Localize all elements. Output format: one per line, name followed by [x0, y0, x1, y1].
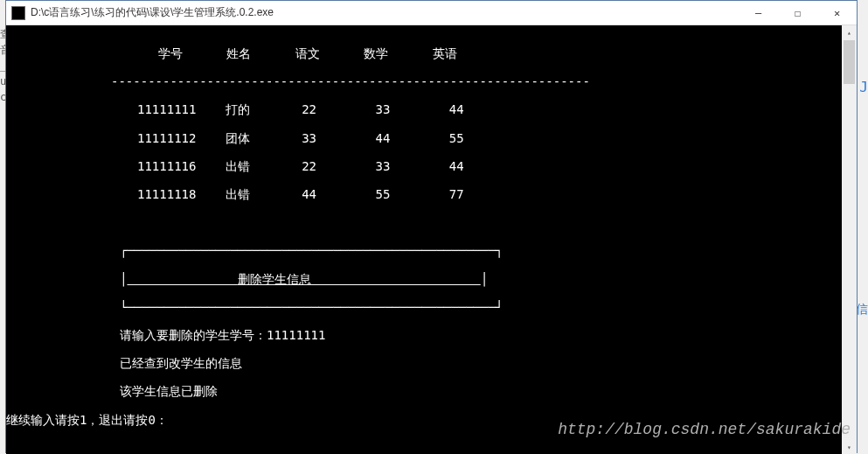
window-controls: — ☐ ✕: [739, 1, 857, 24]
deleted-message: 该学生信息已删除: [6, 384, 842, 398]
console-output[interactable]: 学号 姓名 语文 数学 英语 -------------------------…: [6, 25, 842, 454]
continue-prompt: 继续输入请按1，退出请按0：: [6, 413, 842, 427]
input-prompt-line: 请输入要删除的学生学号：11111111: [6, 328, 842, 342]
table-row: 11111118 出错 44 55 77: [6, 187, 842, 201]
col-chinese: 语文: [295, 46, 320, 60]
maximize-button[interactable]: ☐: [778, 1, 817, 25]
col-name: 姓名: [226, 46, 251, 60]
panel-border-top: ┌───────────────────────────────────────…: [6, 243, 842, 257]
panel-border-bottom: └───────────────────────────────────────…: [6, 300, 842, 314]
vertical-scrollbar[interactable]: ▴ ▾: [842, 25, 857, 454]
console-window: D:\c语言练习\练习的代码\课设\学生管理系统.0.2.exe — ☐ ✕ 学…: [5, 0, 858, 453]
background-fragment-right2: 信: [856, 302, 868, 318]
col-english: 英语: [433, 46, 457, 60]
scroll-thumb[interactable]: [844, 40, 855, 84]
scroll-down-button[interactable]: ▾: [842, 440, 857, 454]
table-row: 11111116 出错 22 33 44: [6, 159, 842, 173]
table-row: 11111111 打的 22 33 44: [6, 102, 842, 116]
close-button[interactable]: ✕: [817, 1, 857, 25]
console-area: 学号 姓名 语文 数学 英语 -------------------------…: [6, 25, 857, 454]
blank-line: [6, 215, 842, 229]
scroll-track[interactable]: [842, 40, 857, 440]
titlebar[interactable]: D:\c语言练习\练习的代码\课设\学生管理系统.0.2.exe — ☐ ✕: [6, 1, 857, 25]
col-id: 学号: [158, 46, 183, 60]
separator-line: ----------------------------------------…: [6, 74, 842, 88]
table-row: 11111112 团体 33 44 55: [6, 131, 842, 145]
col-math: 数学: [364, 46, 388, 60]
background-fragment-right: J: [859, 79, 868, 95]
found-message: 已经查到改学生的信息: [6, 356, 842, 370]
scroll-up-button[interactable]: ▴: [842, 25, 857, 40]
panel-title: 删除学生信息: [238, 272, 311, 286]
panel-title-row: │ 删除学生信息 │: [6, 272, 842, 286]
app-icon: [11, 6, 25, 20]
table-header-row: 学号 姓名 语文 数学 英语: [6, 46, 842, 60]
window-title: D:\c语言练习\练习的代码\课设\学生管理系统.0.2.exe: [31, 5, 739, 20]
minimize-button[interactable]: —: [739, 1, 778, 25]
input-value: 11111111: [267, 328, 325, 342]
